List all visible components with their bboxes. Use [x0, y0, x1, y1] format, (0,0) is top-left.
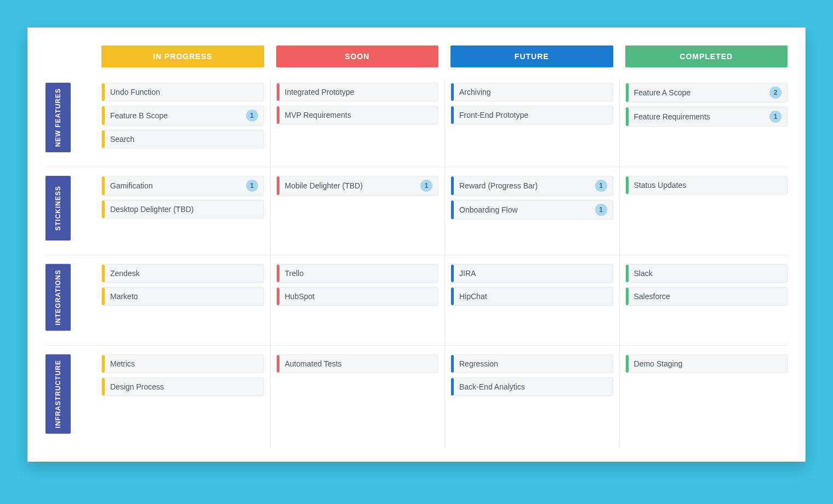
column-divider: [619, 167, 620, 255]
card-stripe: [102, 83, 105, 101]
card-title: Onboarding Flow: [459, 205, 591, 214]
card[interactable]: Integrated Prototype: [276, 83, 439, 101]
card-stripe: [277, 83, 279, 101]
card-stripe: [102, 378, 105, 396]
card[interactable]: MVP Requirements: [276, 106, 439, 124]
cell-new_features-completed: Feature A Scope2Feature Requirements1: [625, 83, 788, 152]
swimlane-label-stickiness[interactable]: STICKINESS: [45, 176, 71, 240]
card[interactable]: Zendesk: [101, 264, 264, 283]
card-badge: 1: [769, 111, 781, 123]
card-stripe: [626, 288, 629, 305]
card[interactable]: Trello: [276, 264, 439, 283]
column-divider: [619, 255, 620, 345]
swimlane-label-infrastructure[interactable]: INFRASTRUCTURE: [45, 354, 71, 434]
card[interactable]: Feature Requirements1: [625, 107, 788, 127]
swimlane-label-new_features[interactable]: NEW FEATURES: [45, 83, 71, 152]
card-title: Trello: [285, 269, 433, 278]
cell-integrations-future: JIRAHipChat: [450, 264, 613, 331]
card[interactable]: Onboarding Flow1: [450, 200, 613, 220]
cell-integrations-completed: SlackSalesforce: [625, 264, 788, 331]
swimlane-rows: NEW FEATURESUndo FunctionFeature B Scope…: [45, 79, 788, 448]
card[interactable]: Archiving: [450, 83, 613, 101]
swimlane-label-integrations[interactable]: INTEGRATIONS: [45, 264, 71, 331]
card-stripe: [102, 130, 105, 148]
cell-integrations-in_progress: ZendeskMarketo: [101, 264, 264, 331]
card[interactable]: Metrics: [101, 354, 264, 373]
cell-stickiness-future: Reward (Progress Bar)1Onboarding Flow1: [450, 176, 613, 240]
column-divider: [270, 79, 271, 167]
card-title: Reward (Progress Bar): [459, 181, 591, 190]
card[interactable]: HubSpot: [276, 287, 439, 306]
card[interactable]: Status Updates: [625, 176, 788, 194]
card-title: Mobile Delighter (TBD): [285, 181, 416, 190]
cell-new_features-future: ArchivingFront-End Prototype: [450, 83, 613, 152]
card[interactable]: Mobile Delighter (TBD)1: [276, 176, 439, 196]
card[interactable]: Regression: [450, 354, 613, 373]
card-stripe: [102, 265, 105, 282]
card-stripe: [451, 355, 454, 373]
card[interactable]: Feature B Scope1: [101, 106, 264, 125]
column-header-future[interactable]: FUTURE: [450, 45, 613, 67]
card-stripe: [102, 288, 105, 305]
cell-new_features-in_progress: Undo FunctionFeature B Scope1Search: [101, 83, 264, 152]
card-badge: 1: [595, 204, 607, 216]
card-stripe: [277, 355, 279, 373]
card[interactable]: Gamification1: [101, 176, 264, 196]
column-divider: [444, 167, 445, 255]
column-divider: [619, 79, 620, 167]
card-stripe: [626, 176, 629, 194]
card-title: Salesforce: [634, 292, 782, 301]
header-spacer: [45, 45, 89, 67]
column-divider: [619, 346, 620, 448]
column-divider: [270, 255, 271, 345]
card[interactable]: Feature A Scope2: [625, 83, 788, 102]
card-title: HipChat: [459, 292, 607, 301]
card-badge: 1: [246, 110, 258, 122]
card-title: HubSpot: [285, 292, 433, 301]
card-stripe: [277, 288, 279, 305]
card[interactable]: Slack: [625, 264, 788, 283]
card[interactable]: Reward (Progress Bar)1: [450, 176, 613, 196]
card-badge: 1: [420, 180, 432, 192]
card-title: Gamification: [110, 181, 242, 190]
card-stripe: [277, 106, 279, 124]
cell-infrastructure-soon: Automated Tests: [276, 354, 439, 434]
card[interactable]: Undo Function: [101, 83, 264, 101]
card-stripe: [102, 106, 105, 125]
card[interactable]: Salesforce: [625, 287, 788, 306]
card-title: Integrated Prototype: [285, 88, 433, 96]
card[interactable]: HipChat: [450, 287, 613, 306]
cell-stickiness-in_progress: Gamification1Desktop Delighter (TBD): [101, 176, 264, 240]
card-stripe: [451, 176, 454, 195]
column-header-in-progress[interactable]: IN PROGRESS: [101, 45, 264, 67]
card[interactable]: Search: [101, 130, 264, 148]
columns-header: IN PROGRESS SOON FUTURE COMPLETED: [45, 45, 788, 67]
cell-stickiness-completed: Status Updates: [625, 176, 788, 240]
card-stripe: [451, 83, 454, 101]
cell-new_features-soon: Integrated PrototypeMVP Requirements: [276, 83, 439, 152]
cell-infrastructure-in_progress: MetricsDesign Process: [101, 354, 264, 434]
card-stripe: [626, 355, 629, 373]
column-divider: [444, 346, 445, 448]
card[interactable]: Front-End Prototype: [450, 106, 613, 124]
card-title: Back-End Analytics: [459, 382, 607, 391]
card[interactable]: Demo Staging: [625, 354, 788, 373]
card-title: Zendesk: [110, 269, 258, 278]
card-stripe: [102, 176, 105, 195]
card[interactable]: Design Process: [101, 377, 264, 396]
card[interactable]: Marketo: [101, 287, 264, 306]
card-badge: 1: [246, 180, 258, 192]
card-title: Metrics: [110, 359, 258, 368]
card-title: Archiving: [459, 88, 607, 96]
card[interactable]: Desktop Delighter (TBD): [101, 200, 264, 219]
card[interactable]: Automated Tests: [276, 354, 439, 373]
column-divider: [270, 167, 271, 255]
card[interactable]: JIRA: [450, 264, 613, 283]
card[interactable]: Back-End Analytics: [450, 377, 613, 396]
column-header-soon[interactable]: SOON: [276, 45, 439, 67]
card-title: Feature B Scope: [110, 111, 242, 120]
card-title: Marketo: [110, 292, 258, 301]
column-header-completed[interactable]: COMPLETED: [625, 45, 788, 67]
card-stripe: [626, 107, 629, 126]
card-title: Search: [110, 135, 258, 144]
